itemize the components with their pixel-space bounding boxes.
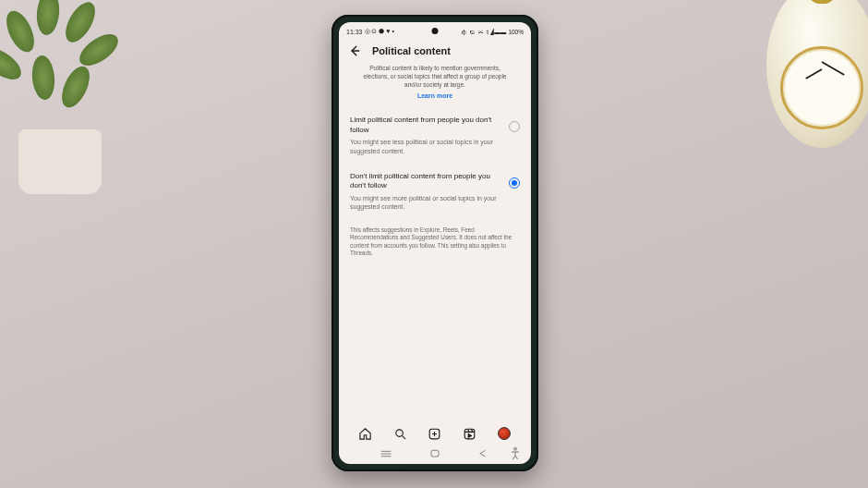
sys-home-icon[interactable]: [428, 448, 442, 459]
status-icons-right: ⫛ ⦰ ⫘ ⦂ ◢ ▬▬: [461, 29, 506, 35]
status-icons-left: ◎ ⊙ ⬣ ♥ •: [365, 28, 394, 35]
svg-line-2: [402, 435, 405, 439]
svg-line-19: [515, 456, 518, 459]
option-limit-title: Limit political content from people you …: [350, 116, 501, 135]
phone-screen: 11:33 ◎ ⊙ ⬣ ♥ • ⫛ ⦰ ⫘ ⦂ ◢ ▬▬ 100% Politi…: [339, 22, 531, 464]
footnote-text: This affects suggestions in Explore, Ree…: [350, 226, 520, 258]
option-dont-limit-desc: You might see more political or social t…: [350, 194, 501, 212]
status-time: 11:33: [346, 29, 363, 35]
svg-rect-6: [464, 429, 475, 439]
nav-create-icon[interactable]: [427, 425, 443, 442]
radio-selected-icon[interactable]: [509, 177, 520, 189]
svg-marker-10: [468, 433, 471, 437]
sys-back-icon[interactable]: [476, 448, 491, 459]
status-battery: 100%: [508, 29, 524, 35]
nav-search-icon[interactable]: [392, 425, 408, 442]
decor-clock: [729, 0, 868, 166]
learn-more-link[interactable]: Learn more: [350, 92, 520, 99]
svg-rect-14: [431, 451, 439, 458]
nav-home-icon[interactable]: [357, 425, 374, 442]
svg-point-15: [514, 447, 517, 450]
accessibility-icon[interactable]: [508, 448, 523, 459]
nav-reels-icon[interactable]: [462, 425, 478, 442]
svg-line-18: [512, 456, 515, 459]
option-limit[interactable]: Limit political content from people you …: [350, 116, 520, 155]
svg-point-1: [396, 429, 404, 436]
content-area: Political content is likely to mention g…: [339, 65, 531, 419]
sys-recents-icon[interactable]: [379, 448, 393, 459]
option-dont-limit-title: Don't limit political content from peopl…: [350, 172, 501, 191]
radio-unselected-icon[interactable]: [509, 121, 520, 132]
app-bottom-nav: [339, 419, 531, 445]
system-nav-bar: [339, 445, 531, 464]
page-header: Political content: [339, 39, 531, 65]
decor-plant: [0, 0, 148, 194]
back-arrow-icon[interactable]: [348, 44, 361, 57]
phone-frame: 11:33 ◎ ⊙ ⬣ ♥ • ⫛ ⦰ ⫘ ⦂ ◢ ▬▬ 100% Politi…: [332, 15, 538, 471]
option-dont-limit[interactable]: Don't limit political content from peopl…: [350, 172, 520, 212]
nav-profile-avatar[interactable]: [496, 425, 512, 442]
camera-hole: [432, 28, 439, 34]
page-title: Political content: [372, 45, 451, 56]
intro-text: Political content is likely to mention g…: [350, 65, 520, 89]
option-limit-desc: You might see less political or social t…: [350, 138, 501, 155]
